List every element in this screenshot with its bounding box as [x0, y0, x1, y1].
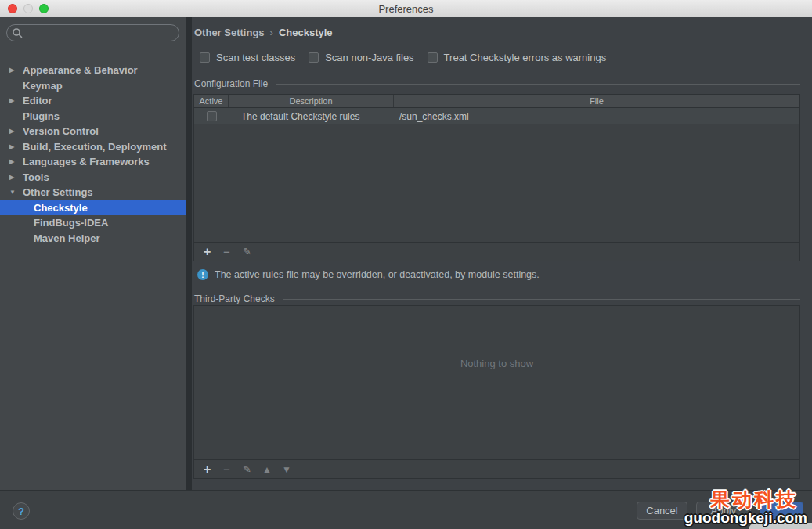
chevron-collapsed-icon[interactable]: ▶ — [9, 158, 23, 165]
configuration-file-panel: Active Description File The default Chec… — [193, 94, 800, 261]
row-active-cell — [194, 111, 229, 121]
third-party-list: Nothing to show — [194, 306, 799, 459]
sidebar-item-keymap[interactable]: Keymap — [0, 78, 186, 94]
checkbox-label: Treat Checkstyle errors as warnings — [444, 52, 607, 63]
sidebar-item-label: Plugins — [23, 110, 60, 122]
sidebar-item-version-control[interactable]: ▶Version Control — [0, 124, 186, 139]
sidebar-item-tools[interactable]: ▶Tools — [0, 170, 186, 185]
column-header-active[interactable]: Active — [194, 95, 229, 107]
checkbox-treat-checkstyle-errors-as-warnings[interactable]: Treat Checkstyle errors as warnings — [428, 52, 607, 63]
settings-tree: ▶Appearance & BehaviorKeymap▶EditorPlugi… — [0, 63, 186, 246]
sidebar-item-label: Other Settings — [23, 186, 93, 198]
table-row[interactable]: The default Checkstyle rules/sun_checks.… — [194, 108, 799, 124]
column-header-description[interactable]: Description — [229, 95, 394, 107]
sidebar-item-maven-helper[interactable]: Maven Helper — [0, 231, 186, 247]
sidebar-item-label: Checkstyle — [34, 202, 88, 214]
sidebar-item-checkstyle[interactable]: Checkstyle — [0, 200, 186, 216]
chevron-collapsed-icon[interactable]: ▶ — [9, 128, 23, 135]
titlebar: Preferences — [0, 0, 812, 18]
info-note-row: ! The active rules file may be overridde… — [197, 269, 540, 280]
checkbox-scan-non-java-files[interactable]: Scan non-Java files — [309, 52, 413, 63]
sidebar-item-label: Editor — [23, 95, 52, 106]
preferences-window: Preferences ▶Appearance & BehaviorKeymap… — [0, 0, 812, 529]
column-header-file[interactable]: File — [394, 95, 799, 107]
config-table-header: Active Description File — [194, 95, 799, 108]
active-checkbox[interactable] — [207, 111, 217, 121]
sidebar-item-plugins[interactable]: Plugins — [0, 109, 186, 124]
chevron-collapsed-icon[interactable]: ▶ — [9, 143, 23, 150]
checkbox-scan-test-classes[interactable]: Scan test classes — [200, 52, 295, 63]
third-party-section-header: Third-Party Checks — [194, 293, 800, 304]
breadcrumb-current: Checkstyle — [279, 27, 333, 38]
config-table-empty-area — [194, 124, 799, 242]
move-up-icon[interactable]: ▲ — [262, 465, 282, 474]
sidebar-item-editor[interactable]: ▶Editor — [0, 93, 186, 109]
add-icon[interactable]: + — [204, 246, 223, 258]
section-divider — [283, 299, 800, 300]
checkbox-label: Scan non-Java files — [325, 52, 413, 63]
section-title: Configuration File — [194, 78, 268, 89]
window-title: Preferences — [378, 3, 433, 15]
third-party-toolbar: +−✎▲▼ — [194, 459, 799, 478]
section-title: Third-Party Checks — [194, 293, 275, 304]
close-window-button[interactable] — [8, 4, 17, 13]
minimize-window-button[interactable] — [23, 4, 33, 13]
ok-button[interactable] — [760, 502, 803, 520]
cancel-button[interactable]: Cancel — [637, 502, 687, 520]
settings-content: Other Settings › Checkstyle Scan test cl… — [192, 17, 812, 490]
traffic-lights — [8, 4, 49, 13]
configuration-file-section-header: Configuration File — [194, 78, 800, 89]
sidebar-item-label: FindBugs-IDEA — [34, 217, 108, 229]
section-divider — [276, 84, 800, 85]
config-table-body: The default Checkstyle rules/sun_checks.… — [194, 108, 799, 124]
checkbox-label: Scan test classes — [216, 52, 295, 63]
third-party-panel: Nothing to show +−✎▲▼ — [193, 305, 800, 479]
apply-button[interactable]: Apply — [696, 502, 751, 520]
sidebar-divider — [186, 17, 192, 490]
sidebar-item-label: Tools — [23, 171, 49, 183]
add-icon[interactable]: + — [204, 463, 223, 476]
breadcrumb: Other Settings › Checkstyle — [194, 27, 333, 38]
checkbox-box[interactable] — [309, 52, 319, 63]
row-file-cell: /sun_checks.xml — [395, 111, 799, 122]
sidebar-item-build-execution-deployment[interactable]: ▶Build, Execution, Deployment — [0, 139, 186, 155]
popup-corner-shape — [749, 523, 812, 529]
chevron-collapsed-icon[interactable]: ▶ — [9, 174, 23, 181]
row-description-cell: The default Checkstyle rules — [229, 111, 395, 122]
search-icon — [12, 27, 23, 38]
info-icon: ! — [197, 269, 208, 280]
sidebar-item-label: Keymap — [23, 80, 63, 92]
footer-bar: ? Apply Cancel — [0, 490, 812, 529]
sidebar-item-findbugs-idea[interactable]: FindBugs-IDEA — [0, 215, 186, 231]
config-toolbar: +−✎ — [194, 242, 799, 261]
sidebar-item-label: Build, Execution, Deployment — [23, 141, 166, 153]
chevron-collapsed-icon[interactable]: ▶ — [9, 67, 23, 74]
remove-icon[interactable]: − — [223, 246, 243, 257]
scan-options-row: Scan test classesScan non-Java filesTrea… — [200, 52, 619, 63]
sidebar-item-other-settings[interactable]: ▼Other Settings — [0, 185, 186, 200]
chevron-expanded-icon[interactable]: ▼ — [9, 189, 23, 196]
search-box[interactable] — [6, 24, 179, 41]
help-button[interactable]: ? — [13, 502, 30, 520]
sidebar-item-appearance-behavior[interactable]: ▶Appearance & Behavior — [0, 63, 186, 78]
checkbox-box[interactable] — [200, 52, 210, 63]
sidebar-item-label: Appearance & Behavior — [23, 64, 138, 76]
breadcrumb-separator-icon: › — [270, 27, 273, 38]
edit-icon[interactable]: ✎ — [243, 464, 262, 474]
empty-list-text: Nothing to show — [194, 358, 799, 369]
remove-icon[interactable]: − — [223, 463, 243, 475]
chevron-collapsed-icon[interactable]: ▶ — [9, 97, 23, 104]
sidebar-item-label: Version Control — [23, 125, 99, 137]
info-note-text: The active rules file may be overridden,… — [215, 269, 540, 280]
checkbox-box[interactable] — [428, 52, 438, 63]
sidebar-item-languages-frameworks[interactable]: ▶Languages & Frameworks — [0, 154, 186, 170]
search-input[interactable] — [23, 27, 179, 39]
move-down-icon[interactable]: ▼ — [282, 465, 301, 474]
zoom-window-button[interactable] — [39, 4, 49, 13]
settings-sidebar: ▶Appearance & BehaviorKeymap▶EditorPlugi… — [0, 17, 186, 490]
sidebar-item-label: Languages & Frameworks — [23, 156, 150, 167]
breadcrumb-parent[interactable]: Other Settings — [194, 27, 265, 38]
sidebar-item-label: Maven Helper — [34, 232, 100, 244]
edit-icon[interactable]: ✎ — [243, 247, 262, 257]
